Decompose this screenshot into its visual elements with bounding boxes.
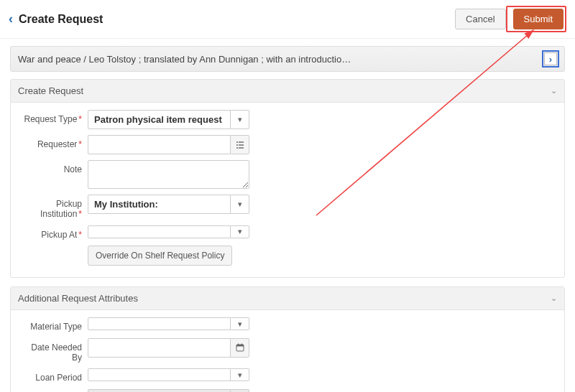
date-needed-by-input[interactable] bbox=[88, 338, 231, 358]
request-type-value: Patron physical item request bbox=[88, 110, 231, 129]
create-request-panel-header[interactable]: Create Request ⌄ bbox=[11, 80, 564, 103]
chevron-down-icon[interactable]: ⌄ bbox=[551, 294, 557, 303]
svg-point-2 bbox=[236, 144, 238, 146]
requester-input-group bbox=[88, 135, 249, 154]
dropdown-caret-icon: ▾ bbox=[231, 389, 249, 392]
create-request-panel: Create Request ⌄ Request Type* Patron ph… bbox=[10, 79, 565, 278]
dropdown-caret-icon[interactable]: ▾ bbox=[231, 225, 249, 238]
lookup-list-icon[interactable] bbox=[231, 135, 249, 154]
svg-rect-3 bbox=[239, 144, 244, 145]
material-type-label: Material Type bbox=[19, 317, 88, 332]
note-textarea[interactable] bbox=[88, 160, 249, 189]
loan-period-label: Loan Period bbox=[19, 368, 88, 383]
chevron-down-icon[interactable]: ⌄ bbox=[551, 86, 557, 95]
date-needed-by-input-group bbox=[88, 338, 249, 358]
panel-title: Create Request bbox=[18, 85, 551, 96]
page-title: Create Request bbox=[19, 13, 451, 26]
svg-rect-8 bbox=[238, 344, 239, 346]
dropdown-caret-icon[interactable]: ▾ bbox=[231, 195, 249, 214]
requester-input[interactable] bbox=[88, 135, 231, 154]
additional-attributes-panel: Additional Request Attributes ⌄ Material… bbox=[10, 286, 565, 392]
override-shelf-policy-button[interactable]: Override On Shelf Request Policy bbox=[88, 246, 232, 266]
svg-point-0 bbox=[236, 141, 238, 143]
date-needed-by-label: Date Needed By bbox=[19, 338, 88, 363]
item-title: War and peace / Leo Tolstoy ; translated… bbox=[18, 54, 544, 65]
svg-rect-5 bbox=[239, 147, 244, 148]
additional-attributes-panel-header[interactable]: Additional Request Attributes ⌄ bbox=[11, 287, 564, 310]
page-header: ‹ Create Request Cancel Submit bbox=[0, 0, 575, 39]
pickup-institution-value: My Institution: bbox=[88, 195, 231, 214]
material-type-select[interactable]: ▾ bbox=[88, 317, 249, 330]
calendar-icon[interactable] bbox=[231, 338, 249, 358]
loan-period-select[interactable]: ▾ bbox=[88, 368, 249, 381]
requester-label: Requester* bbox=[19, 135, 88, 149]
pickup-institution-select[interactable]: My Institution: ▾ bbox=[88, 195, 249, 214]
material-type-value bbox=[88, 317, 231, 330]
request-type-select[interactable]: Patron physical item request ▾ bbox=[88, 110, 249, 129]
pickup-at-value bbox=[88, 225, 231, 238]
svg-rect-9 bbox=[241, 344, 242, 346]
request-type-label: Request Type* bbox=[19, 110, 88, 124]
loan-period-value bbox=[88, 368, 231, 381]
expand-item-button[interactable]: › bbox=[544, 52, 557, 65]
submit-button[interactable]: Submit bbox=[513, 9, 564, 29]
chevron-right-icon: › bbox=[549, 54, 552, 65]
pickup-at-select[interactable]: ▾ bbox=[88, 225, 249, 238]
dropdown-caret-icon[interactable]: ▾ bbox=[231, 110, 249, 129]
manual-priority-value bbox=[88, 389, 231, 392]
dropdown-caret-icon[interactable]: ▾ bbox=[231, 368, 249, 381]
pickup-institution-label: Pickup Institution* bbox=[19, 195, 88, 220]
panel-title: Additional Request Attributes bbox=[18, 293, 551, 304]
manual-priority-label: Manual Priority bbox=[19, 389, 88, 392]
svg-point-4 bbox=[236, 147, 238, 149]
dropdown-caret-icon[interactable]: ▾ bbox=[231, 317, 249, 330]
manual-priority-select: ▾ bbox=[88, 389, 249, 392]
item-bar: War and peace / Leo Tolstoy ; translated… bbox=[10, 46, 565, 72]
note-label: Note bbox=[19, 160, 88, 174]
cancel-button[interactable]: Cancel bbox=[455, 9, 505, 29]
svg-rect-7 bbox=[236, 345, 244, 347]
back-arrow-icon[interactable]: ‹ bbox=[9, 11, 13, 27]
pickup-at-label: Pickup At* bbox=[19, 225, 88, 240]
submit-highlight-box: Submit bbox=[506, 6, 566, 32]
svg-rect-1 bbox=[239, 141, 244, 142]
